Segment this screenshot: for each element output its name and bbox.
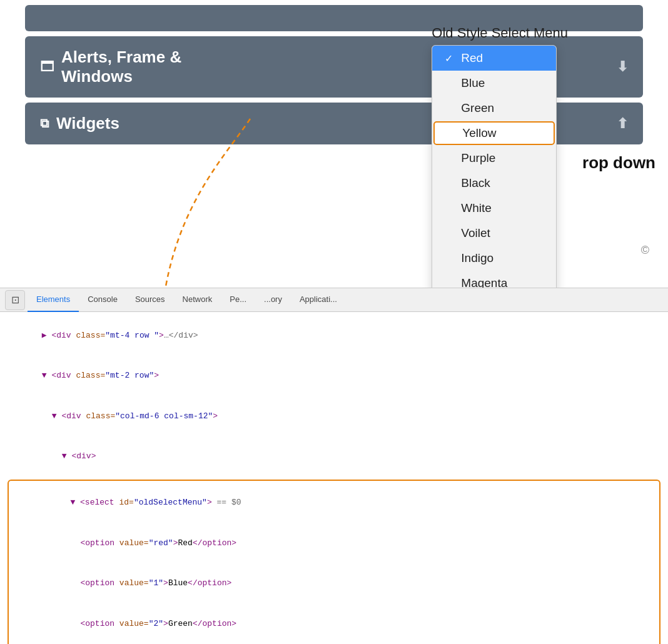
option-label: Indigo (461, 251, 493, 265)
alerts-card-title: Alerts, Frame & Windows (61, 48, 181, 86)
option-label: Blue (461, 76, 485, 90)
dropdown-container: Old Style Select Menu ✓ Red Blue Green Y… (432, 25, 568, 288)
option-blue: <option value="1">Blue</option> (9, 563, 659, 603)
devtools-toggle-icon[interactable]: ⊡ (5, 290, 25, 310)
html-line: ▼ <div class="mt-2 row"> (0, 356, 668, 396)
dropdown-item-white[interactable]: White (432, 196, 556, 221)
dropdown-item-voilet[interactable]: Voilet (432, 221, 556, 246)
download-icon[interactable]: ⬇ (617, 59, 628, 75)
devtools-html-content: ▶ <div class="mt-4 row ">…</div> ▼ <div … (0, 312, 668, 644)
window-icon: 🗖 (40, 59, 54, 75)
option-green: <option value="2">Green</option> (9, 604, 659, 644)
tab-console[interactable]: Console (79, 288, 126, 312)
dropdown-title: Old Style Select Menu (432, 25, 568, 41)
html-line: ▼ <div class="col-md-6 col-sm-12"> (0, 396, 668, 436)
dropdown-item-indigo[interactable]: Indigo (432, 246, 556, 271)
option-label: Green (461, 101, 494, 115)
option-label: Red (461, 51, 483, 65)
tab-sources[interactable]: Sources (126, 288, 174, 312)
option-red: <option value="red">Red</option> (9, 523, 659, 563)
dropdown-item-black[interactable]: Black (432, 171, 556, 196)
checkmark-icon: ✓ (445, 53, 456, 64)
devtools-tab-bar: ⊡ Elements Console Sources Network Pe...… (0, 288, 668, 312)
dropdown-label: rop down (582, 153, 655, 173)
option-label: Purple (461, 151, 495, 165)
dropdown-item-yellow[interactable]: Yellow (433, 121, 555, 145)
option-label: Black (461, 176, 490, 190)
select-open-tag: ▼ <select id="oldSelectMenu"> == $0 (9, 483, 659, 523)
tab-application[interactable]: Applicati... (291, 288, 346, 312)
html-line: ▶ <div class="mt-4 row ">…</div> (0, 316, 668, 356)
widgets-icon: ⧉ (40, 116, 49, 131)
dropdown-item-green[interactable]: Green (432, 96, 556, 121)
dropdown-item-blue[interactable]: Blue (432, 71, 556, 96)
option-label: Magenta (461, 276, 507, 288)
option-label: Yellow (462, 126, 496, 140)
tab-elements[interactable]: Elements (28, 288, 79, 312)
dropdown-menu[interactable]: ✓ Red Blue Green Yellow Purple (432, 45, 557, 288)
upload-icon[interactable]: ⬆ (617, 116, 628, 132)
option-label: Voilet (461, 226, 490, 240)
tab-performance[interactable]: Pe... (221, 288, 255, 312)
dropdown-item-magenta[interactable]: Magenta (432, 271, 556, 288)
tab-memory[interactable]: ...ory (255, 288, 291, 312)
option-label: White (461, 201, 492, 215)
widgets-card-title: Widgets (56, 114, 119, 133)
html-line: ▼ <div> (0, 436, 668, 476)
tab-network[interactable]: Network (174, 288, 221, 312)
highlighted-select-block[interactable]: ▼ <select id="oldSelectMenu"> == $0 <opt… (8, 480, 660, 644)
copyright-symbol: © (641, 244, 649, 257)
dropdown-item-red[interactable]: ✓ Red (432, 46, 556, 71)
devtools-panel: ⊡ Elements Console Sources Network Pe...… (0, 288, 668, 644)
dropdown-item-purple[interactable]: Purple (432, 146, 556, 171)
